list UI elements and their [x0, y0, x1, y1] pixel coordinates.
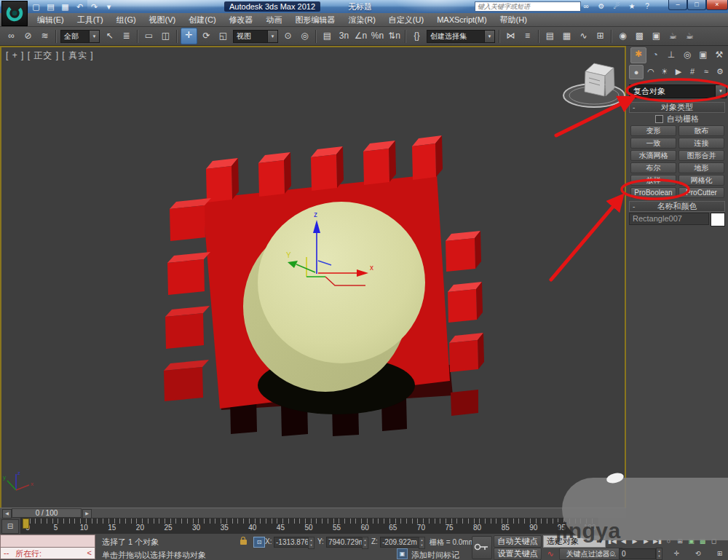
x-coord-field[interactable]: -1313.876 [274, 537, 310, 548]
redo-icon[interactable]: ↷ [89, 1, 100, 12]
menu-tools[interactable]: 工具(T) [71, 13, 110, 26]
render-production-icon[interactable]: ☕ [665, 28, 681, 44]
select-and-manipulate-icon[interactable]: ◎ [297, 28, 312, 44]
loft-button[interactable]: 放样 [630, 175, 676, 186]
add-time-tag[interactable]: 添加时间标记 [411, 550, 459, 560]
absolute-mode-transform-icon[interactable]: ⊡ [253, 537, 265, 548]
frame-spinner[interactable]: ▲▼ [656, 548, 662, 560]
layer-manager-icon[interactable]: ▤ [542, 28, 558, 44]
select-by-name-icon[interactable]: ≣ [119, 28, 134, 44]
edit-named-selection-sets-icon[interactable]: {} [409, 28, 424, 44]
auto-key-button[interactable]: 自动关键点 [494, 535, 542, 548]
rendered-frame-window-icon[interactable]: ▣ [649, 28, 664, 44]
new-file-icon[interactable]: ▢ [31, 1, 41, 12]
x-coord-spinner[interactable]: ▲▼ [308, 537, 314, 549]
shapemerge-button[interactable]: 图形合并 [678, 150, 724, 161]
tab-hierarchy-icon[interactable]: ⊥ [664, 47, 678, 62]
infocenter-help-icon[interactable]: ? [642, 1, 652, 12]
open-file-icon[interactable]: ▤ [45, 1, 56, 12]
window-crossing-icon[interactable]: ◫ [158, 28, 173, 44]
menu-animation[interactable]: 动画 [260, 13, 289, 26]
previous-frame-button[interactable]: ◀ [2, 509, 12, 518]
new-key-curve-icon[interactable]: ∿ [545, 548, 556, 559]
quick-access-more-icon[interactable]: ▾ [103, 1, 114, 12]
select-and-link-icon[interactable]: ∞ [4, 28, 19, 44]
geometry-category-dropdown[interactable]: 复合对象 ▼ [629, 84, 727, 98]
percent-snap-icon[interactable]: %n [370, 28, 385, 44]
object-name-field[interactable]: Rectangle007 [629, 213, 709, 225]
spinner-snap-icon[interactable]: ⇅n [387, 28, 402, 44]
communication-center-icon[interactable]: ☄ [612, 1, 622, 12]
frame-counter[interactable]: 0 / 100 [12, 508, 82, 518]
maxscript-mini-listener[interactable]: -- 所在行: < [0, 548, 95, 559]
use-pivot-point-center-icon[interactable]: ⊙ [280, 28, 296, 44]
menu-maxscript[interactable]: MAXScript(M) [430, 13, 493, 26]
schematic-view-icon[interactable]: ⊞ [593, 28, 608, 44]
chevron-down-icon[interactable]: ▼ [715, 85, 726, 98]
selection-lock-icon[interactable] [240, 540, 247, 545]
undo-icon[interactable]: ↶ [74, 1, 85, 12]
maximize-button[interactable]: □ [687, 0, 706, 10]
orbit-viewport-icon[interactable]: ⟲ [693, 548, 703, 559]
tab-lights-icon[interactable]: ☀ [658, 65, 671, 78]
graphite-ribbon-icon[interactable]: ▦ [559, 28, 574, 44]
mirror-icon[interactable]: ⋈ [503, 28, 518, 44]
connect-button[interactable]: 连接 [678, 138, 724, 149]
select-and-move-icon[interactable]: ✛ [181, 28, 197, 44]
tab-utilities-icon[interactable]: ⚒ [712, 47, 727, 62]
boolean-button[interactable]: 布尔 [630, 162, 676, 173]
tab-shapes-icon[interactable]: ◠ [644, 65, 657, 78]
named-selection-sets-dropdown[interactable]: 创建选择集 ▼ [427, 30, 495, 43]
open-mini-curve-editor-icon[interactable]: ⊟ [1, 519, 19, 534]
y-coord-field[interactable]: 7940.729m [326, 537, 364, 548]
object-color-swatch[interactable] [711, 213, 725, 226]
reference-coordinate-dropdown[interactable]: 视图 ▼ [233, 30, 278, 43]
tab-motion-icon[interactable]: ◎ [680, 47, 695, 62]
menu-help[interactable]: 帮助(H) [494, 13, 534, 26]
keyboard-shortcut-override-icon[interactable]: ▤ [320, 28, 335, 44]
conform-button[interactable]: 一致 [630, 138, 676, 149]
z-coord-field[interactable]: -209.922m [380, 537, 421, 548]
set-key-button[interactable]: 设置关键点 [494, 548, 542, 560]
app-logo[interactable] [1, 1, 28, 26]
minimize-button[interactable]: – [668, 0, 687, 10]
snaps-toggle-icon[interactable]: 3n [336, 28, 352, 44]
bind-to-space-warp-icon[interactable]: ≋ [37, 28, 52, 44]
autogrid-checkbox[interactable] [655, 115, 663, 123]
close-button[interactable]: × [706, 0, 728, 10]
macro-recorder-field[interactable] [0, 535, 95, 548]
viewcube[interactable] [563, 63, 625, 107]
tab-space-warps-icon[interactable]: ≈ [700, 65, 713, 78]
mesher-button[interactable]: 网格化 [678, 175, 724, 186]
menu-create[interactable]: 创建(C) [182, 13, 222, 26]
maximize-viewport-toggle-icon[interactable]: ⊞ [715, 548, 725, 559]
align-icon[interactable]: ≡ [520, 28, 535, 44]
menu-edit[interactable]: 编辑(E) [31, 13, 71, 26]
tab-create-icon[interactable]: ✱ [630, 47, 646, 63]
name-color-rollout-header[interactable]: - 名称和颜色 [629, 201, 725, 212]
favorites-star-icon[interactable]: ★ [627, 1, 637, 12]
tab-helpers-icon[interactable]: # [686, 65, 699, 78]
menu-rendering[interactable]: 渲染(R) [342, 13, 382, 26]
search-binoculars-icon[interactable]: ∞ [581, 1, 591, 12]
isolate-selection-icon[interactable]: ▣ [397, 548, 408, 559]
curve-editor-icon[interactable]: ∿ [576, 28, 591, 44]
menu-modifiers[interactable]: 修改器 [223, 13, 260, 26]
object-type-rollout-header[interactable]: - 对象类型 [629, 102, 725, 113]
menu-customize[interactable]: 自定义(U) [382, 13, 430, 26]
y-coord-spinner[interactable]: ▲▼ [362, 537, 368, 549]
menu-graph-editors[interactable]: 图形编辑器 [289, 13, 342, 26]
current-frame-field[interactable]: 0 [619, 548, 656, 559]
time-slider-handle[interactable] [23, 518, 29, 529]
rectangular-selection-region-icon[interactable]: ▭ [141, 28, 157, 44]
z-coord-spinner[interactable]: ▲▼ [419, 537, 425, 549]
select-and-rotate-icon[interactable]: ⟳ [199, 28, 214, 44]
tab-systems-icon[interactable]: ⚙ [713, 65, 727, 78]
procutter-button[interactable]: ProCutter [678, 187, 724, 198]
select-and-scale-icon[interactable]: ◱ [215, 28, 231, 44]
tab-display-icon[interactable]: ▣ [696, 47, 711, 62]
scatter-button[interactable]: 散布 [678, 125, 724, 136]
set-keys-button[interactable] [472, 536, 492, 559]
tab-geometry-icon[interactable]: ● [629, 65, 644, 79]
tab-modify-icon[interactable]: ◔ [648, 47, 662, 62]
